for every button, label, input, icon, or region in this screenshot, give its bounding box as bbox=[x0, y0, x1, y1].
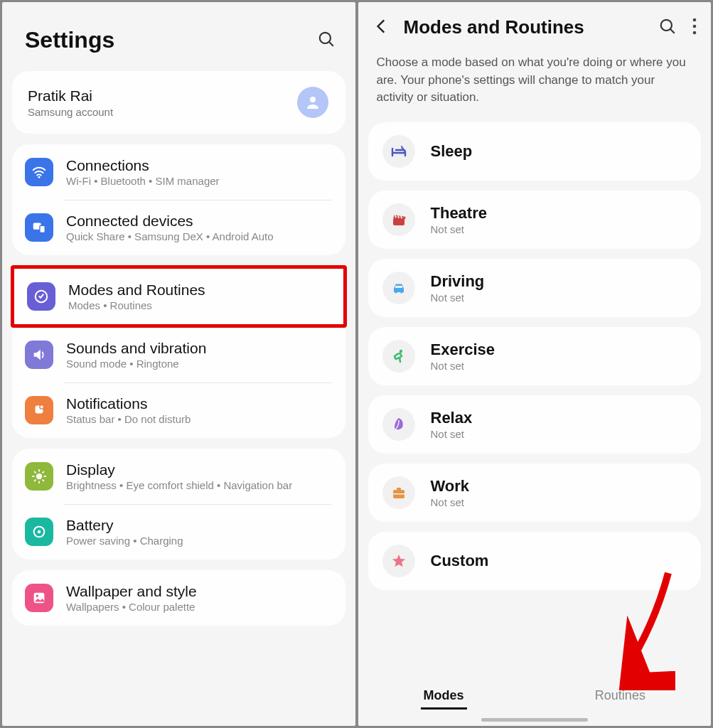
mode-relax[interactable]: Relax Not set bbox=[368, 395, 702, 454]
svg-point-9 bbox=[36, 473, 42, 479]
setting-title: Wallpaper and style bbox=[66, 583, 197, 600]
svg-rect-5 bbox=[40, 225, 45, 232]
svg-rect-30 bbox=[395, 286, 402, 288]
setting-title: Sounds and vibration bbox=[66, 340, 206, 357]
mode-exercise[interactable]: Exercise Not set bbox=[368, 327, 702, 385]
setting-row-connections[interactable]: Connections Wi-Fi • Bluetooth • SIM mana… bbox=[12, 144, 345, 200]
settings-screen: Settings Pratik Rai Samsung account Conn… bbox=[2, 2, 355, 726]
mode-sub: Not set bbox=[431, 291, 485, 304]
modes-header: Modes and Routines bbox=[358, 2, 712, 46]
back-icon[interactable] bbox=[372, 17, 391, 38]
highlight-annotation: Modes and Routines Modes • Routines bbox=[11, 265, 347, 328]
bottom-tabs: Modes Routines bbox=[358, 674, 712, 714]
settings-header: Settings bbox=[2, 2, 355, 71]
svg-line-15 bbox=[43, 480, 43, 481]
sun-icon bbox=[25, 462, 53, 491]
mode-driving[interactable]: Driving Not set bbox=[368, 259, 702, 317]
setting-sub: Quick Share • Samsung DeX • Android Auto bbox=[66, 230, 274, 242]
setting-row-display[interactable]: Display Brightness • Eye comfort shield … bbox=[12, 449, 345, 504]
mode-sub: Not set bbox=[431, 360, 495, 372]
svg-point-0 bbox=[319, 32, 330, 43]
setting-row-battery[interactable]: Battery Power saving • Charging bbox=[12, 504, 345, 560]
devices-icon bbox=[25, 213, 53, 242]
setting-title: Connections bbox=[66, 157, 220, 174]
modes-list: Sleep Theatre Not set Driving Not set Ex… bbox=[358, 122, 712, 674]
speaker-icon bbox=[25, 341, 53, 369]
mode-title: Exercise bbox=[431, 341, 495, 359]
svg-line-1 bbox=[328, 41, 333, 46]
svg-rect-34 bbox=[393, 493, 404, 495]
mode-theatre[interactable]: Theatre Not set bbox=[368, 191, 702, 249]
run-icon bbox=[382, 340, 415, 373]
modes-screen: Modes and Routines Choose a mode based o… bbox=[358, 2, 712, 726]
search-icon[interactable] bbox=[658, 17, 677, 38]
setting-sub: Brightness • Eye comfort shield • Naviga… bbox=[66, 479, 292, 491]
svg-point-25 bbox=[693, 24, 697, 28]
mode-sub: Not set bbox=[431, 428, 473, 440]
setting-row-modes-routines[interactable]: Modes and Routines Modes • Routines bbox=[14, 269, 343, 324]
battery-icon bbox=[25, 518, 53, 546]
setting-sub: Power saving • Charging bbox=[66, 535, 183, 547]
setting-sub: Wallpapers • Colour palette bbox=[66, 601, 197, 613]
search-icon[interactable] bbox=[317, 30, 336, 51]
leaf-icon bbox=[382, 408, 415, 441]
modes-description: Choose a mode based on what you're doing… bbox=[358, 46, 712, 122]
svg-point-22 bbox=[661, 19, 672, 30]
svg-point-29 bbox=[400, 291, 402, 293]
tab-routines[interactable]: Routines bbox=[592, 684, 648, 710]
gesture-bar bbox=[481, 718, 588, 722]
svg-point-3 bbox=[38, 176, 41, 178]
target-icon bbox=[27, 282, 55, 311]
account-sub: Samsung account bbox=[28, 106, 113, 118]
mode-work[interactable]: Work Not set bbox=[368, 464, 702, 522]
svg-line-16 bbox=[35, 480, 36, 481]
mode-title: Relax bbox=[431, 409, 473, 427]
car-icon bbox=[382, 272, 415, 304]
mode-title: Custom bbox=[431, 552, 489, 570]
account-card[interactable]: Pratik Rai Samsung account bbox=[12, 71, 345, 134]
account-name: Pratik Rai bbox=[28, 87, 113, 105]
svg-point-24 bbox=[693, 18, 697, 21]
mode-custom[interactable]: Custom bbox=[368, 532, 702, 590]
setting-row-notifications[interactable]: Notifications Status bar • Do not distur… bbox=[12, 382, 345, 438]
setting-title: Notifications bbox=[66, 395, 191, 412]
svg-line-23 bbox=[670, 28, 675, 33]
setting-sub: Modes • Routines bbox=[68, 299, 205, 311]
image-icon bbox=[25, 584, 53, 612]
setting-row-sounds[interactable]: Sounds and vibration Sound mode • Ringto… bbox=[12, 327, 345, 382]
wifi-icon bbox=[25, 158, 53, 186]
svg-point-19 bbox=[38, 530, 41, 534]
mode-sleep[interactable]: Sleep bbox=[368, 122, 702, 181]
svg-point-21 bbox=[36, 595, 38, 597]
setting-sub: Status bar • Do not disturb bbox=[66, 413, 191, 425]
setting-row-wallpaper[interactable]: Wallpaper and style Wallpapers • Colour … bbox=[12, 570, 345, 626]
bed-icon bbox=[382, 135, 415, 168]
svg-point-8 bbox=[40, 405, 43, 410]
svg-point-26 bbox=[693, 31, 697, 34]
tab-modes[interactable]: Modes bbox=[421, 684, 467, 710]
svg-rect-33 bbox=[397, 488, 401, 490]
mode-title: Sleep bbox=[431, 142, 473, 161]
mode-title: Driving bbox=[431, 272, 485, 291]
bell-icon bbox=[25, 396, 53, 424]
setting-sub: Sound mode • Ringtone bbox=[66, 358, 206, 370]
svg-point-2 bbox=[310, 97, 316, 102]
mode-sub: Not set bbox=[431, 496, 470, 508]
avatar-icon bbox=[297, 87, 328, 118]
page-title: Modes and Routines bbox=[404, 16, 646, 38]
setting-row-connected-devices[interactable]: Connected devices Quick Share • Samsung … bbox=[12, 200, 345, 255]
setting-title: Modes and Routines bbox=[68, 282, 205, 299]
setting-sub: Wi-Fi • Bluetooth • SIM manager bbox=[66, 175, 220, 187]
clapper-icon bbox=[382, 203, 415, 236]
page-title: Settings bbox=[25, 27, 114, 53]
setting-title: Battery bbox=[66, 517, 183, 534]
setting-title: Display bbox=[66, 461, 292, 478]
settings-body: Pratik Rai Samsung account Connections W… bbox=[2, 71, 355, 636]
setting-title: Connected devices bbox=[66, 213, 274, 230]
mode-title: Work bbox=[431, 477, 470, 496]
svg-line-17 bbox=[43, 472, 43, 473]
svg-point-31 bbox=[399, 350, 402, 353]
briefcase-icon bbox=[382, 476, 415, 509]
mode-title: Theatre bbox=[431, 204, 487, 223]
more-icon[interactable] bbox=[692, 18, 697, 38]
